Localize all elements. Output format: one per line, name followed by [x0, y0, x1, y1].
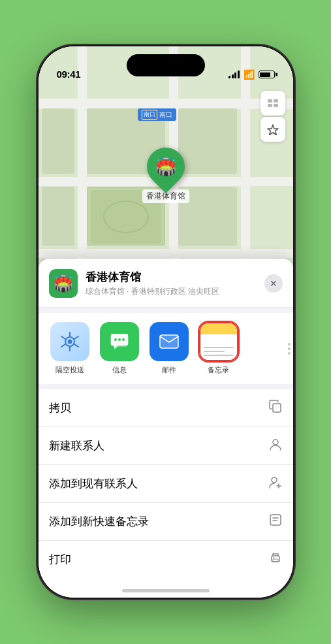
svg-rect-2 — [268, 104, 272, 107]
phone-frame: 09:41 📶 — [39, 46, 293, 598]
svg-point-8 — [118, 338, 121, 341]
more-indicator — [274, 313, 293, 384]
action-quick-note-label: 添加到新快速备忘录 — [49, 514, 149, 529]
close-button[interactable]: ✕ — [264, 274, 283, 293]
copy-icon — [268, 399, 283, 417]
battery-icon — [259, 71, 275, 78]
pin-icon: 🏟️ — [155, 157, 176, 177]
action-copy[interactable]: 拷贝 — [39, 389, 293, 427]
pin-marker: 🏟️ — [138, 140, 192, 193]
phone-screen: 09:41 📶 — [39, 46, 293, 598]
location-pin: 🏟️ 香港体育馆 — [142, 148, 189, 203]
mail-label: 邮件 — [162, 365, 176, 375]
svg-point-7 — [114, 338, 117, 341]
place-header: 🏟️ 香港体育馆 综合体育馆 · 香港特别行政区 油尖旺区 ✕ — [39, 259, 293, 308]
messages-label: 信息 — [112, 365, 127, 375]
place-info: 香港体育馆 综合体育馆 · 香港特别行政区 油尖旺区 — [86, 270, 257, 297]
status-icons: 📶 — [229, 69, 275, 80]
notes-label: 备忘录 — [208, 365, 229, 375]
dynamic-island — [127, 54, 205, 76]
place-subtitle: 综合体育馆 · 香港特别行政区 油尖旺区 — [86, 286, 257, 297]
svg-point-14 — [272, 477, 277, 483]
action-copy-label: 拷贝 — [49, 400, 71, 415]
action-new-contact[interactable]: 新建联系人 — [39, 427, 293, 465]
signal-icon — [229, 71, 240, 78]
svg-point-13 — [273, 440, 278, 445]
action-new-contact-label: 新建联系人 — [49, 438, 104, 453]
svg-rect-12 — [273, 404, 281, 412]
status-time: 09:41 — [57, 69, 81, 80]
svg-point-5 — [67, 340, 72, 344]
mail-icon-wrap — [150, 322, 189, 361]
place-icon: 🏟️ — [49, 269, 78, 298]
home-indicator — [122, 589, 210, 592]
share-row: 隔空投送 信息 — [39, 313, 293, 384]
map-label-nk: 南口 南口 — [138, 108, 176, 121]
svg-rect-17 — [270, 515, 281, 525]
notes-icon-wrap — [199, 322, 238, 361]
note-icon — [268, 513, 283, 530]
share-items: 隔空投送 信息 — [39, 322, 250, 375]
share-item-mail[interactable]: 邮件 — [146, 322, 193, 375]
svg-rect-0 — [268, 99, 272, 103]
person-add-icon — [268, 475, 283, 492]
share-item-messages[interactable]: 信息 — [96, 322, 143, 375]
place-name: 香港体育馆 — [86, 270, 257, 285]
svg-rect-1 — [274, 99, 278, 103]
airdrop-icon-wrap — [50, 322, 89, 361]
svg-point-22 — [273, 557, 274, 558]
share-item-notes[interactable]: 备忘录 — [195, 322, 242, 375]
svg-rect-3 — [274, 104, 278, 107]
airdrop-label: 隔空投送 — [55, 365, 84, 375]
svg-rect-10 — [160, 335, 178, 348]
person-icon — [268, 437, 283, 455]
bottom-sheet: 🏟️ 香港体育馆 综合体育馆 · 香港特别行政区 油尖旺区 ✕ — [39, 259, 293, 598]
action-print-label: 打印 — [49, 552, 71, 567]
action-list: 拷贝 新建联系人 — [39, 389, 293, 578]
map-controls — [260, 91, 285, 142]
location-button[interactable] — [260, 117, 285, 142]
map-type-button[interactable] — [260, 91, 285, 116]
share-item-airdrop[interactable]: 隔空投送 — [46, 322, 93, 375]
print-icon — [268, 551, 283, 568]
action-add-contact-label: 添加到现有联系人 — [49, 476, 138, 491]
action-add-contact[interactable]: 添加到现有联系人 — [39, 465, 293, 503]
action-quick-note[interactable]: 添加到新快速备忘录 — [39, 503, 293, 541]
wifi-icon: 📶 — [244, 69, 255, 80]
more-dots — [288, 343, 291, 355]
home-indicator-area — [39, 578, 293, 598]
messages-icon-wrap — [100, 322, 139, 361]
svg-point-9 — [122, 338, 125, 341]
action-print[interactable]: 打印 — [39, 541, 293, 578]
